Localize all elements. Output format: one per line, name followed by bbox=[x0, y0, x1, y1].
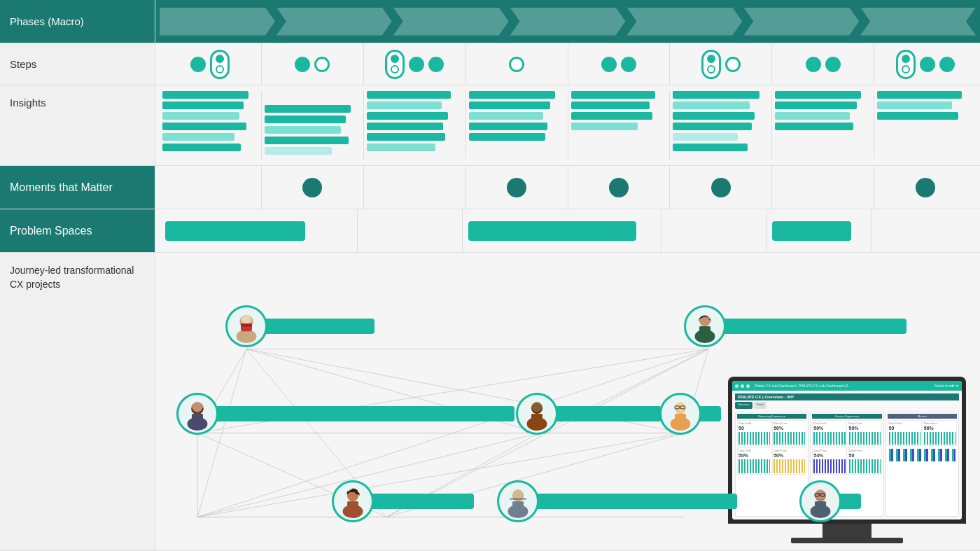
phase-arrow-6 bbox=[743, 8, 859, 36]
insights-row: Insights bbox=[0, 85, 980, 166]
metric-label: Data Point bbox=[774, 449, 805, 452]
step-dot bbox=[825, 57, 841, 72]
avatar-node-5 bbox=[659, 393, 721, 435]
moment-group-7 bbox=[772, 166, 874, 209]
insight-bar-light bbox=[265, 126, 342, 134]
metric-chart-6 bbox=[849, 432, 881, 445]
svg-point-27 bbox=[242, 315, 251, 324]
metric-value: 50 bbox=[738, 426, 770, 431]
insight-bar-light bbox=[367, 144, 436, 151]
step-dot bbox=[295, 57, 310, 72]
step-pill-dot-outline bbox=[707, 65, 715, 74]
insight-bar-lighter bbox=[265, 147, 332, 155]
metric-header-3: Metrics bbox=[888, 414, 957, 419]
step-pill bbox=[385, 50, 405, 79]
avatar-bar-7 bbox=[538, 494, 737, 509]
topbar-dot bbox=[735, 384, 738, 388]
insight-bar-light bbox=[162, 112, 239, 120]
insight-bar-light bbox=[877, 102, 952, 109]
insight-bar bbox=[469, 123, 547, 130]
metric-value-6: 50% bbox=[849, 426, 881, 431]
phase-arrow-4 bbox=[510, 8, 626, 36]
journey-label: Journey-led transformational CX projects bbox=[0, 253, 155, 550]
avatar-circle-4 bbox=[516, 393, 558, 435]
metric-value-4: 50% bbox=[774, 453, 805, 458]
steps-group-2 bbox=[262, 43, 363, 85]
insight-bar bbox=[367, 112, 448, 120]
step-pill-dot-outline bbox=[902, 65, 910, 74]
avatar-bar-2 bbox=[724, 319, 906, 334]
svg-point-24 bbox=[237, 330, 257, 343]
insights-group-1 bbox=[160, 91, 261, 160]
insight-bar bbox=[571, 112, 652, 120]
step-pill bbox=[896, 50, 916, 79]
insights-group-6 bbox=[670, 91, 771, 160]
steps-group-1 bbox=[160, 43, 261, 85]
metric-cell-10: Data Point 56% bbox=[923, 420, 957, 446]
moment-group-4 bbox=[466, 166, 568, 209]
step-dot bbox=[621, 57, 636, 72]
metric-row-2: Data Field 50% Data Point 50% bbox=[737, 447, 806, 475]
metric-chart-5 bbox=[813, 432, 845, 445]
metric-row-1: Data Field 50 Data Point 50% bbox=[737, 420, 806, 446]
svg-rect-41 bbox=[531, 414, 542, 421]
metric-value-2: 50% bbox=[774, 426, 805, 431]
phase-arrow-3 bbox=[393, 8, 509, 36]
phase-arrow-2 bbox=[276, 8, 392, 36]
metric-value-8: 50 bbox=[849, 453, 881, 458]
metric-chart-10 bbox=[924, 432, 955, 445]
insight-bar bbox=[265, 105, 351, 113]
insight-bar bbox=[775, 123, 853, 130]
metric-label: Data Point bbox=[774, 421, 805, 425]
moment-group-2 bbox=[262, 166, 363, 209]
avatar-node-1 bbox=[225, 305, 374, 347]
metric-chart bbox=[738, 432, 770, 445]
insights-label: Insights bbox=[0, 85, 155, 165]
insight-bar-lighter bbox=[673, 133, 738, 141]
steps-label: Steps bbox=[0, 43, 155, 85]
metric-chart-7 bbox=[813, 459, 845, 473]
metric-chart-9 bbox=[889, 432, 920, 445]
moment-dot bbox=[711, 178, 731, 197]
step-dot bbox=[939, 57, 955, 72]
metric-header-2: Service Experience bbox=[812, 414, 881, 419]
metric-label: Data Point bbox=[924, 421, 955, 425]
avatar-bar-3 bbox=[217, 406, 514, 421]
topbar-dot bbox=[741, 384, 744, 388]
insight-bar-light bbox=[775, 112, 850, 120]
insights-group-3 bbox=[364, 91, 465, 160]
step-dot bbox=[601, 57, 617, 72]
step-dot bbox=[428, 57, 444, 72]
avatar-circle-2 bbox=[684, 305, 726, 347]
metric-value-9: 50 bbox=[889, 426, 920, 431]
steps-group-4 bbox=[466, 43, 568, 85]
screen-tabs: Overview Detail bbox=[735, 402, 959, 409]
steps-group-3 bbox=[364, 43, 465, 85]
step-dot bbox=[920, 57, 935, 72]
screen-user: Select to edit ▼ bbox=[934, 384, 959, 388]
insight-bar bbox=[367, 91, 451, 99]
avatar-circle-7 bbox=[497, 480, 539, 522]
moment-dot bbox=[302, 178, 322, 197]
moments-row: Moments that Matter bbox=[0, 166, 980, 209]
insight-bar-light bbox=[469, 112, 544, 120]
problem-spaces-row: Problem Spaces bbox=[0, 209, 980, 253]
monitor-base bbox=[791, 538, 903, 543]
moments-label: Moments that Matter bbox=[0, 166, 155, 209]
metric-value-10: 56% bbox=[924, 426, 955, 431]
problem-bar-1 bbox=[165, 221, 305, 241]
moment-group-8 bbox=[874, 166, 976, 209]
svg-rect-51 bbox=[347, 501, 358, 508]
problem-bar-2 bbox=[468, 221, 636, 241]
metric-row-4: Data From 54% Data Point 50 bbox=[812, 447, 881, 475]
journey-row: Journey-led transformational CX projects bbox=[0, 253, 980, 551]
insight-bar bbox=[775, 102, 856, 109]
step-pill-dot-outline bbox=[391, 65, 399, 74]
journey-content: Philips CX Lab Dashboard | PHILIPS-CX-La… bbox=[155, 253, 980, 550]
insights-content bbox=[155, 85, 980, 165]
insight-bar bbox=[265, 116, 346, 123]
screen-tab-detail: Detail bbox=[754, 402, 766, 409]
steps-group-7 bbox=[772, 43, 874, 85]
metric-label: Data Field bbox=[738, 421, 770, 425]
insight-bar bbox=[877, 91, 961, 99]
